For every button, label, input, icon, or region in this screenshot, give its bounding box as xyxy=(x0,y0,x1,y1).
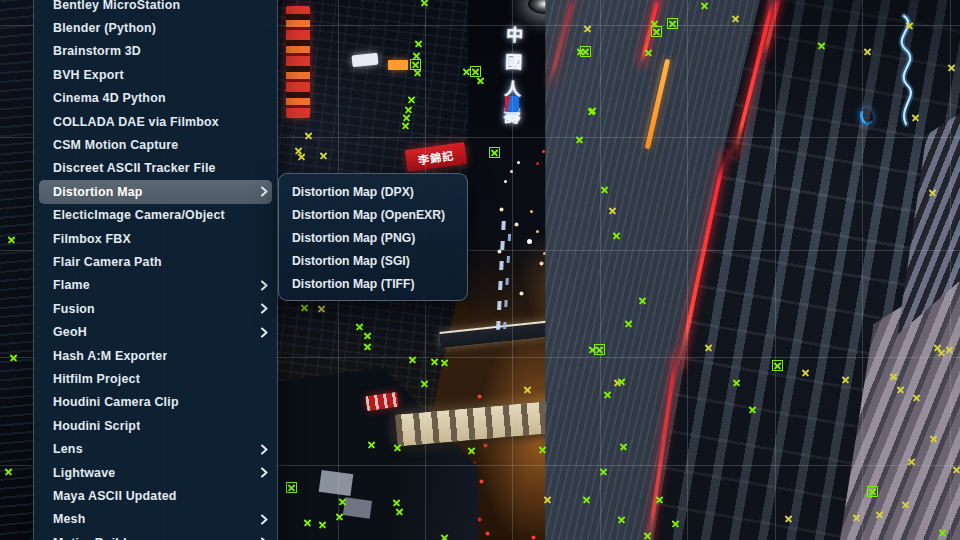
tracker-marker[interactable] xyxy=(618,516,625,523)
tracker-marker[interactable] xyxy=(472,68,479,75)
tracker-marker[interactable] xyxy=(5,468,12,475)
tracker-marker[interactable] xyxy=(908,458,915,465)
menu-item-discreet-ascii-tracker-file[interactable]: Discreet ASCII Tracker File xyxy=(34,157,277,180)
tracker-marker[interactable] xyxy=(403,114,410,121)
tracker-marker[interactable] xyxy=(876,511,883,518)
tracker-marker[interactable] xyxy=(305,132,312,139)
tracker-marker[interactable] xyxy=(818,42,825,49)
submenu-item-distortion-map-sgi[interactable]: Distortion Map (SGI) xyxy=(279,250,467,273)
tracker-marker[interactable] xyxy=(864,48,871,55)
tracker-marker[interactable] xyxy=(582,48,589,55)
tracker-marker[interactable] xyxy=(491,149,498,156)
tracker-marker[interactable] xyxy=(644,532,651,539)
tracker-marker[interactable] xyxy=(414,69,421,76)
menu-item-lens[interactable]: Lens xyxy=(34,437,277,460)
tracker-marker[interactable] xyxy=(318,305,325,312)
tracker-marker[interactable] xyxy=(421,0,428,6)
tracker-marker[interactable] xyxy=(402,122,409,129)
tracker-marker[interactable] xyxy=(298,153,305,160)
tracker-marker[interactable] xyxy=(524,386,531,393)
tracker-marker[interactable] xyxy=(618,378,625,385)
tracker-marker[interactable] xyxy=(10,354,17,361)
submenu-item-distortion-map-dpx[interactable]: Distortion Map (DPX) xyxy=(279,180,467,203)
tracker-marker[interactable] xyxy=(396,508,403,515)
menu-item-blender-python[interactable]: Blender (Python) xyxy=(34,16,277,39)
tracker-marker[interactable] xyxy=(304,519,311,526)
tracker-marker[interactable] xyxy=(368,441,375,448)
tracker-marker[interactable] xyxy=(441,359,448,366)
tracker-marker[interactable] xyxy=(609,207,616,214)
menu-item-filmbox-fbx[interactable]: Filmbox FBX xyxy=(34,227,277,250)
tracker-marker[interactable] xyxy=(415,40,422,47)
menu-item-hitfilm-project[interactable]: Hitfilm Project xyxy=(34,367,277,390)
tracker-marker[interactable] xyxy=(589,107,596,114)
tracker-marker[interactable] xyxy=(596,346,603,353)
tracker-marker[interactable] xyxy=(8,236,15,243)
tracker-marker[interactable] xyxy=(604,391,611,398)
tracker-marker[interactable] xyxy=(477,77,484,84)
tracker-marker[interactable] xyxy=(651,20,658,27)
tracker-marker[interactable] xyxy=(544,496,551,503)
tracker-marker[interactable] xyxy=(412,61,419,68)
tracker-marker[interactable] xyxy=(733,379,740,386)
menu-item-mesh[interactable]: Mesh xyxy=(34,508,277,531)
tracker-marker[interactable] xyxy=(953,466,960,473)
menu-item-houdini-script[interactable]: Houdini Script xyxy=(34,414,277,437)
menu-item-fusion[interactable]: Fusion xyxy=(34,297,277,320)
tracker-marker[interactable] xyxy=(930,435,937,442)
menu-item-motionbuilder[interactable]: MotionBuilder xyxy=(34,531,277,540)
submenu-item-distortion-map-png[interactable]: Distortion Map (PNG) xyxy=(279,226,467,249)
tracker-marker[interactable] xyxy=(929,189,936,196)
tracker-marker[interactable] xyxy=(288,484,295,491)
tracker-marker[interactable] xyxy=(672,520,679,527)
tracker-marker[interactable] xyxy=(441,534,448,540)
tracker-marker[interactable] xyxy=(869,488,876,495)
menu-item-lightwave[interactable]: Lightwave xyxy=(34,461,277,484)
tracker-marker[interactable] xyxy=(939,529,946,536)
tracker-marker[interactable] xyxy=(408,96,415,103)
tracker-marker[interactable] xyxy=(946,346,953,353)
tracker-marker[interactable] xyxy=(653,28,660,35)
tracker-marker[interactable] xyxy=(625,320,632,327)
menu-item-distortion-map[interactable]: Distortion Map xyxy=(39,180,272,203)
menu-item-flair-camera-path[interactable]: Flair Camera Path xyxy=(34,250,277,273)
tracker-marker[interactable] xyxy=(319,521,326,528)
tracker-marker[interactable] xyxy=(301,304,308,311)
tracker-marker[interactable] xyxy=(584,25,591,32)
tracker-marker[interactable] xyxy=(356,323,363,330)
tracker-marker[interactable] xyxy=(948,64,955,71)
submenu-item-distortion-map-openexr[interactable]: Distortion Map (OpenEXR) xyxy=(279,203,467,226)
menu-item-collada-dae-via-filmbox[interactable]: COLLADA DAE via Filmbox xyxy=(34,110,277,133)
menu-item-hash-a-m-exporter[interactable]: Hash A:M Exporter xyxy=(34,344,277,367)
tracker-marker[interactable] xyxy=(405,106,412,113)
tracker-marker[interactable] xyxy=(600,468,607,475)
tracker-marker[interactable] xyxy=(912,114,919,121)
tracker-marker[interactable] xyxy=(802,369,809,376)
tracker-marker[interactable] xyxy=(749,406,756,413)
tracker-marker[interactable] xyxy=(583,496,590,503)
tracker-marker[interactable] xyxy=(601,186,608,193)
tracker-marker[interactable] xyxy=(463,68,470,75)
tracker-marker[interactable] xyxy=(645,49,652,56)
tracker-marker[interactable] xyxy=(890,373,897,380)
tracker-marker[interactable] xyxy=(364,332,371,339)
tracker-marker[interactable] xyxy=(320,152,327,159)
tracker-marker[interactable] xyxy=(732,15,739,22)
menu-item-flame[interactable]: Flame xyxy=(34,274,277,297)
tracker-marker[interactable] xyxy=(620,443,627,450)
tracker-marker[interactable] xyxy=(669,20,676,27)
submenu-item-distortion-map-tiff[interactable]: Distortion Map (TIFF) xyxy=(279,273,467,296)
tracker-marker[interactable] xyxy=(913,394,920,401)
menu-item-houdini-camera-clip[interactable]: Houdini Camera Clip xyxy=(34,391,277,414)
tracker-marker[interactable] xyxy=(639,297,646,304)
tracker-marker[interactable] xyxy=(421,380,428,387)
tracker-marker[interactable] xyxy=(897,386,904,393)
tracker-marker[interactable] xyxy=(656,496,663,503)
tracker-marker[interactable] xyxy=(785,515,792,522)
menu-item-bvh-export[interactable]: BVH Export xyxy=(34,63,277,86)
tracker-marker[interactable] xyxy=(842,376,849,383)
tracker-marker[interactable] xyxy=(409,356,416,363)
tracker-marker[interactable] xyxy=(774,362,781,369)
tracker-marker[interactable] xyxy=(701,2,708,9)
tracker-marker[interactable] xyxy=(394,444,401,451)
